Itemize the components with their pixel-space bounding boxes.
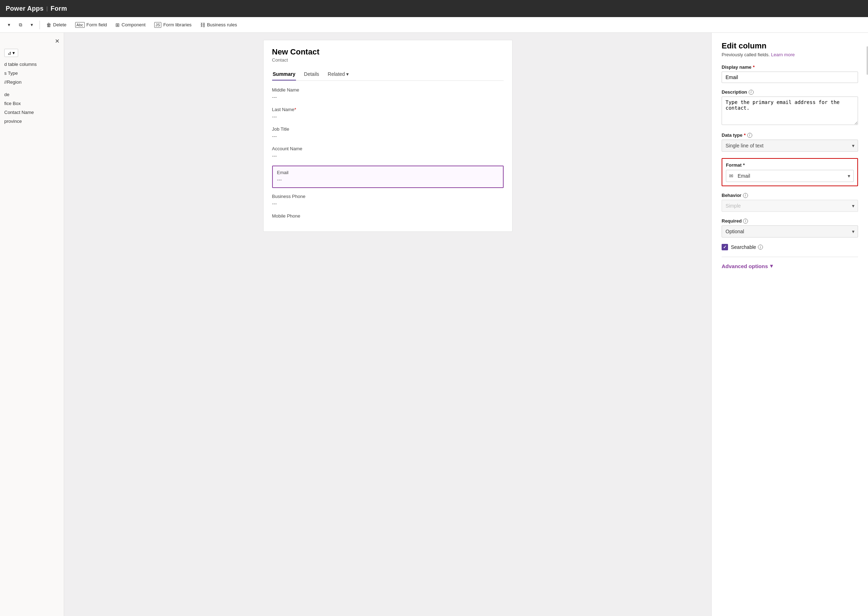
advanced-options-row[interactable]: Advanced options ▾ — [722, 263, 858, 269]
behavior-info-icon[interactable]: i — [743, 193, 748, 198]
filter-button[interactable]: ⊿ ▾ — [4, 49, 18, 57]
field-label-last-name: Last Name* — [272, 107, 504, 112]
field-account-name: Account Name --- — [272, 146, 504, 160]
advanced-options-chevron-icon: ▾ — [770, 263, 773, 269]
behavior-select-wrapper: Simple ▾ — [722, 200, 858, 212]
sidebar-item-office-box[interactable]: fice Box — [0, 99, 64, 108]
field-mobile-phone: Mobile Phone — [272, 213, 504, 218]
sidebar-item-type[interactable]: s Type — [0, 69, 64, 78]
delete-label: Delete — [53, 22, 67, 27]
chevron-down-icon: ▾ — [8, 22, 10, 27]
description-info-icon[interactable]: i — [748, 90, 754, 95]
field-email[interactable]: Email --- — [272, 166, 504, 188]
display-name-input[interactable] — [722, 72, 858, 83]
format-select-wrapper: ✉ Email Text URL Phone ▾ — [726, 170, 854, 182]
searchable-row: ✓ Searchable i — [722, 244, 858, 250]
advanced-divider — [722, 257, 858, 257]
tab-details[interactable]: Details — [303, 68, 320, 80]
app-title: Power Apps — [6, 5, 44, 13]
field-value-last-name: --- — [272, 113, 504, 121]
sidebar-close-area: ✕ — [0, 36, 64, 47]
related-chevron-icon: ▾ — [346, 71, 349, 77]
format-select[interactable]: Email Text URL Phone — [726, 170, 854, 182]
form-libraries-label: Form libraries — [163, 22, 191, 27]
copy-icon: ⧉ — [19, 22, 22, 28]
data-type-info-icon[interactable]: i — [747, 133, 752, 138]
tab-summary[interactable]: Summary — [272, 68, 296, 80]
sidebar-item-table-columns[interactable]: d table columns — [0, 60, 64, 69]
behavior-select[interactable]: Simple — [722, 200, 858, 212]
description-group: Description i Type the primary email add… — [722, 90, 858, 126]
topbar-separator: | — [46, 6, 48, 11]
searchable-label: Searchable i — [731, 244, 763, 250]
form-field-icon: Abc — [75, 22, 85, 28]
business-rules-button[interactable]: ⛓ Business rules — [197, 20, 241, 29]
field-last-name: Last Name* --- — [272, 107, 504, 121]
component-button[interactable]: ⊞ Component — [112, 20, 149, 29]
sidebar-item-province[interactable]: province — [0, 117, 64, 126]
form-field-label: Form field — [86, 22, 107, 27]
form-tabs: Summary Details Related ▾ — [272, 68, 504, 81]
sidebar-filter-row: ⊿ ▾ — [0, 47, 64, 60]
display-name-label: Display name * — [722, 64, 858, 70]
toolbar-divider — [39, 20, 40, 29]
required-label: Required i — [722, 218, 858, 224]
field-value-email: --- — [277, 176, 498, 184]
required-select[interactable]: Optional Business required Business reco… — [722, 225, 858, 237]
panel-subtitle: Previously called fields. Learn more — [722, 52, 858, 57]
field-label-business-phone: Business Phone — [272, 194, 504, 199]
field-value-middle-name: --- — [272, 94, 504, 101]
required-info-icon[interactable]: i — [743, 218, 748, 224]
form-field-button[interactable]: Abc Form field — [72, 20, 111, 29]
display-name-required: * — [753, 64, 755, 70]
delete-button[interactable]: 🗑 Delete — [43, 20, 70, 29]
searchable-info-icon[interactable]: i — [758, 245, 763, 250]
learn-more-link[interactable]: Learn more — [771, 52, 795, 57]
field-label-middle-name: Middle Name — [272, 87, 504, 93]
data-type-group: Data type * i Single line of text ▾ — [722, 132, 858, 152]
format-label: Format * — [726, 162, 854, 168]
more-dropdown-btn[interactable]: ▾ — [27, 20, 37, 29]
data-type-select[interactable]: Single line of text — [722, 140, 858, 152]
advanced-options-label: Advanced options — [722, 263, 768, 269]
field-label-account-name: Account Name — [272, 146, 504, 151]
field-value-job-title: --- — [272, 133, 504, 140]
right-panel: Edit column Previously called fields. Le… — [711, 33, 868, 616]
page-title: Form — [50, 5, 67, 13]
form-title: New Contact — [272, 47, 504, 57]
sidebar-item-empty[interactable] — [0, 86, 64, 90]
form-card: New Contact Contact Summary Details Rela… — [263, 40, 513, 232]
required-select-wrapper: Optional Business required Business reco… — [722, 225, 858, 237]
field-business-phone: Business Phone --- — [272, 194, 504, 207]
data-type-select-wrapper: Single line of text ▾ — [722, 140, 858, 152]
business-rules-icon: ⛓ — [200, 22, 205, 28]
tab-related[interactable]: Related ▾ — [327, 68, 349, 80]
copy-btn[interactable]: ⧉ — [15, 20, 26, 29]
form-canvas: New Contact Contact Summary Details Rela… — [64, 33, 711, 616]
component-label: Component — [121, 22, 145, 27]
searchable-checkbox[interactable]: ✓ — [722, 244, 728, 250]
chevron-down-icon-2: ▾ — [31, 22, 33, 27]
toolbar: ▾ ⧉ ▾ 🗑 Delete Abc Form field ⊞ Componen… — [0, 17, 868, 33]
panel-title: Edit column — [722, 41, 858, 50]
description-textarea[interactable]: Type the primary email address for the c… — [722, 96, 858, 125]
close-button[interactable]: ✕ — [55, 38, 60, 44]
form-subtitle: Contact — [272, 57, 504, 63]
format-box: Format * ✉ Email Text URL Phone ▾ — [722, 158, 858, 186]
form-libraries-button[interactable]: JS Form libraries — [151, 20, 195, 29]
field-middle-name: Middle Name --- — [272, 87, 504, 101]
filter-chevron-icon: ▾ — [13, 50, 15, 55]
toolbar-dropdown-btn[interactable]: ▾ — [4, 20, 14, 29]
field-job-title: Job Title --- — [272, 126, 504, 140]
behavior-label: Behavior i — [722, 193, 858, 198]
sidebar-item-contact-name[interactable]: Contact Name — [0, 108, 64, 117]
topbar: Power Apps | Form — [0, 0, 868, 17]
delete-icon: 🗑 — [46, 22, 51, 28]
email-icon: ✉ — [729, 173, 733, 179]
sidebar-item-de[interactable]: de — [0, 90, 64, 99]
data-type-label: Data type * i — [722, 132, 858, 138]
sidebar: ✕ ⊿ ▾ d table columns s Type //Region de… — [0, 33, 64, 616]
sidebar-item-region[interactable]: //Region — [0, 78, 64, 86]
field-label-email: Email — [277, 170, 498, 175]
required-group: Required i Optional Business required Bu… — [722, 218, 858, 237]
